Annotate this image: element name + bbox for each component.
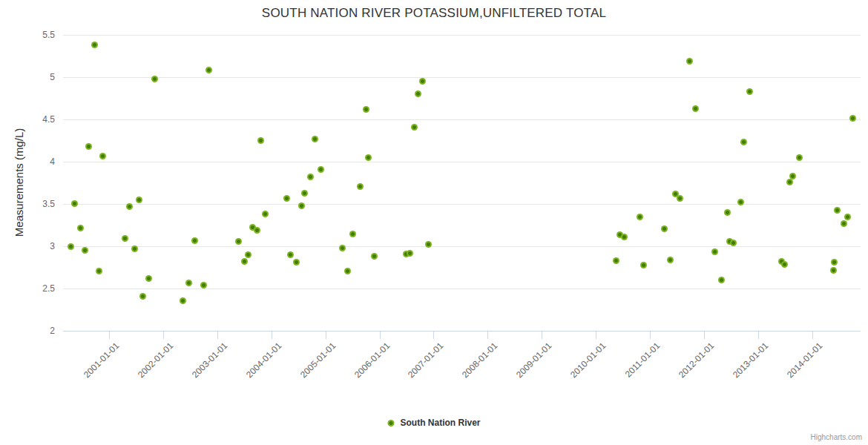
highcharts-credits-link[interactable]: Highcharts.com	[811, 433, 862, 441]
data-point[interactable]	[640, 262, 647, 268]
data-point[interactable]	[667, 257, 674, 263]
data-point[interactable]	[139, 293, 146, 300]
data-point[interactable]	[287, 251, 294, 258]
x-axis-tick-label: 2001-01-01	[82, 340, 121, 380]
legend-label: South Nation River	[400, 418, 480, 428]
data-point[interactable]	[131, 245, 138, 252]
data-point[interactable]	[730, 240, 737, 246]
x-axis-tick	[433, 332, 434, 339]
data-point[interactable]	[307, 174, 314, 180]
data-point[interactable]	[363, 106, 369, 113]
data-point[interactable]	[841, 220, 847, 227]
data-point[interactable]	[371, 253, 378, 260]
data-point[interactable]	[786, 179, 793, 185]
data-point[interactable]	[77, 225, 84, 231]
data-point[interactable]	[415, 90, 421, 97]
x-axis-tick	[163, 332, 164, 339]
data-point[interactable]	[344, 268, 351, 274]
data-point[interactable]	[834, 207, 841, 214]
data-point[interactable]	[200, 282, 207, 289]
data-point[interactable]	[357, 183, 364, 190]
data-point[interactable]	[241, 258, 248, 265]
data-point[interactable]	[789, 173, 796, 179]
data-point[interactable]	[293, 259, 300, 266]
data-point[interactable]	[737, 199, 744, 205]
y-axis-tick-label: 5.5	[42, 29, 55, 41]
data-point[interactable]	[262, 211, 269, 217]
data-point[interactable]	[724, 209, 731, 216]
x-axis-tick	[326, 332, 326, 339]
data-point[interactable]	[312, 136, 318, 142]
data-point[interactable]	[298, 202, 305, 209]
x-axis-tick-label: 2007-01-01	[406, 340, 445, 380]
data-point[interactable]	[411, 124, 418, 131]
data-point[interactable]	[71, 200, 78, 207]
data-point[interactable]	[82, 247, 88, 254]
x-axis-tick-label: 2014-01-01	[785, 340, 824, 380]
data-point[interactable]	[740, 139, 747, 145]
y-axis-tick-label: 2.5	[42, 283, 55, 294]
data-point[interactable]	[301, 190, 308, 197]
data-point[interactable]	[136, 197, 142, 203]
x-axis-tick	[596, 332, 596, 339]
data-point[interactable]	[96, 268, 102, 274]
data-point[interactable]	[191, 237, 198, 244]
data-point[interactable]	[126, 203, 133, 210]
data-point[interactable]	[844, 214, 851, 220]
data-point[interactable]	[692, 105, 699, 112]
scatter-chart: SOUTH NATION RIVER POTASSIUM,UNFILTERED …	[0, 0, 868, 445]
data-point[interactable]	[99, 153, 106, 159]
data-point[interactable]	[122, 235, 128, 242]
data-point[interactable]	[283, 195, 290, 202]
data-point[interactable]	[339, 245, 346, 251]
chart-title: SOUTH NATION RIVER POTASSIUM,UNFILTERED …	[0, 6, 868, 21]
data-point[interactable]	[185, 280, 192, 286]
data-point[interactable]	[746, 88, 753, 95]
legend-item-south-nation-river[interactable]: South Nation River	[387, 418, 480, 428]
data-point[interactable]	[849, 115, 856, 122]
y-axis-tick-label: 3.5	[42, 198, 55, 210]
data-point[interactable]	[711, 248, 718, 255]
y-axis-tick-label: 3	[50, 240, 55, 252]
data-point[interactable]	[613, 257, 619, 264]
data-point[interactable]	[621, 234, 628, 240]
data-point[interactable]	[686, 58, 693, 65]
data-point[interactable]	[318, 166, 324, 173]
data-point[interactable]	[349, 231, 356, 237]
data-point[interactable]	[831, 259, 838, 266]
data-point[interactable]	[257, 137, 264, 144]
x-axis-tick-label: 2005-01-01	[298, 340, 338, 380]
gridline	[63, 246, 861, 247]
data-point[interactable]	[830, 267, 837, 274]
x-axis-tick-label: 2010-01-01	[568, 340, 608, 380]
data-point[interactable]	[91, 42, 98, 48]
data-point[interactable]	[796, 154, 803, 161]
x-axis-tick	[380, 332, 381, 339]
data-point[interactable]	[677, 195, 683, 202]
data-point[interactable]	[245, 251, 251, 258]
data-point[interactable]	[661, 225, 668, 232]
data-point[interactable]	[180, 297, 186, 304]
x-axis-tick-label: 2006-01-01	[352, 340, 392, 380]
y-axis-title: Measurements (mg/L)	[13, 128, 25, 237]
data-point[interactable]	[206, 67, 212, 73]
x-axis-tick-label: 2012-01-01	[677, 340, 716, 380]
data-point[interactable]	[425, 241, 432, 248]
x-axis-tick-label: 2003-01-01	[190, 340, 229, 380]
x-axis-tick-label: 2004-01-01	[244, 340, 283, 380]
data-point[interactable]	[365, 154, 372, 161]
data-point[interactable]	[254, 227, 260, 234]
data-point[interactable]	[235, 238, 242, 245]
x-axis-tick	[217, 332, 218, 339]
x-axis-tick-label: 2008-01-01	[460, 340, 499, 380]
data-point[interactable]	[151, 76, 158, 82]
data-point[interactable]	[85, 143, 92, 150]
data-point[interactable]	[781, 261, 788, 268]
x-axis-tick	[487, 332, 488, 339]
data-point[interactable]	[718, 277, 725, 283]
data-point[interactable]	[145, 275, 152, 282]
data-point[interactable]	[637, 214, 643, 220]
data-point[interactable]	[419, 78, 426, 85]
data-point[interactable]	[68, 243, 74, 250]
data-point[interactable]	[407, 250, 413, 257]
